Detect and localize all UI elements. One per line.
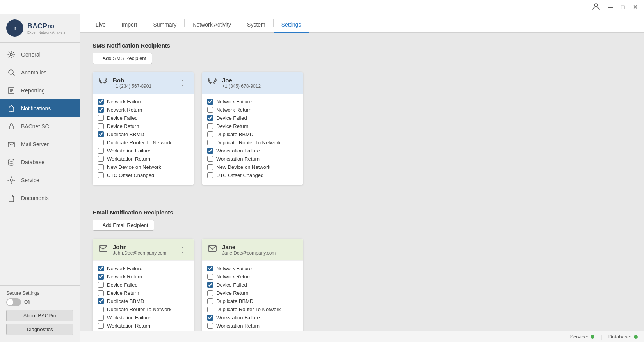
sidebar-item-database[interactable]: Database — [0, 153, 80, 171]
checkbox-item: Device Failed — [207, 282, 298, 288]
checkbox-item: Network Return — [98, 107, 189, 113]
checkbox-label-bob-3: Device Return — [107, 123, 139, 129]
logo-subtitle: Expert Network Analysis — [27, 30, 65, 34]
checkbox-bob-7[interactable] — [98, 156, 104, 162]
checkbox-joe-5[interactable] — [207, 140, 213, 145]
svg-point-14 — [10, 179, 12, 181]
sidebar-label-notifications: Notifications — [21, 105, 51, 112]
reporting-icon — [7, 86, 16, 95]
checkbox-jane-4[interactable] — [207, 298, 213, 304]
checkbox-label-bob-4: Duplicate BBMD — [107, 131, 144, 137]
checkbox-bob-3[interactable] — [98, 123, 104, 129]
card-header-bob: Bob+1 (234) 567-8901⋮ — [93, 72, 194, 94]
checkbox-joe-2[interactable] — [207, 115, 213, 121]
checkbox-label-bob-5: Duplicate Router To Network — [107, 140, 171, 145]
svg-point-3 — [10, 53, 12, 56]
email-section-header: Email Notification Recipients + Add Emai… — [93, 209, 632, 231]
maximize-button[interactable]: ◻ — [617, 2, 628, 12]
checkbox-jane-7[interactable] — [207, 323, 213, 329]
add-email-recipient-button[interactable]: + Add Email Recipient — [93, 220, 154, 231]
sidebar-item-reporting[interactable]: Reporting — [0, 82, 80, 99]
checkbox-joe-0[interactable] — [207, 99, 213, 105]
tab-system[interactable]: System — [239, 18, 273, 33]
checkbox-bob-5[interactable] — [98, 140, 104, 145]
tab-settings[interactable]: Settings — [274, 18, 309, 33]
checkbox-john-4[interactable] — [98, 298, 104, 304]
checkbox-john-3[interactable] — [98, 290, 104, 296]
checkbox-label-joe-1: Network Return — [216, 107, 251, 113]
checkbox-label-joe-2: Device Failed — [216, 115, 247, 121]
add-sms-recipient-button[interactable]: + Add SMS Recipient — [93, 53, 152, 64]
sidebar-item-anomalies[interactable]: Anomalies — [0, 64, 80, 82]
svg-rect-15 — [99, 246, 107, 251]
checkbox-john-0[interactable] — [98, 266, 104, 271]
database-icon — [7, 158, 16, 167]
card-name-joe: Joe — [222, 77, 261, 83]
tab-network-activity[interactable]: Network Activity — [185, 18, 239, 33]
checkbox-label-jane-7: Workstation Return — [216, 323, 260, 329]
card-name-bob: Bob — [113, 77, 151, 83]
checkbox-john-7[interactable] — [98, 323, 104, 329]
checkbox-joe-9[interactable] — [207, 172, 213, 178]
checkbox-bob-4[interactable] — [98, 131, 104, 137]
checkbox-bob-6[interactable] — [98, 148, 104, 154]
tab-live[interactable]: Live — [88, 18, 114, 33]
card-menu-joe[interactable]: ⋮ — [286, 78, 298, 88]
checkbox-label-john-3: Device Return — [107, 290, 139, 296]
checkbox-label-bob-7: Workstation Return — [107, 156, 150, 162]
checkbox-joe-6[interactable] — [207, 148, 213, 154]
sidebar-item-general[interactable]: General — [0, 46, 80, 64]
checkbox-john-2[interactable] — [98, 282, 104, 288]
sidebar-item-mailserver[interactable]: Mail Server — [0, 135, 80, 153]
card-menu-jane[interactable]: ⋮ — [286, 245, 298, 255]
checkbox-jane-5[interactable] — [207, 307, 213, 312]
tab-summary[interactable]: Summary — [145, 18, 184, 33]
minimize-button[interactable]: — — [605, 2, 616, 12]
checkbox-item: Device Failed — [98, 282, 189, 288]
checkbox-joe-7[interactable] — [207, 156, 213, 162]
sidebar-label-anomalies: Anomalies — [21, 69, 46, 76]
checkbox-jane-2[interactable] — [207, 282, 213, 288]
about-button[interactable]: About BACPro — [6, 310, 73, 321]
checkbox-bob-8[interactable] — [98, 164, 104, 170]
card-menu-john[interactable]: ⋮ — [177, 245, 189, 255]
sidebar-item-notifications[interactable]: Notifications — [0, 99, 80, 117]
checkbox-bob-0[interactable] — [98, 99, 104, 105]
checkbox-joe-3[interactable] — [207, 123, 213, 129]
checkbox-joe-4[interactable] — [207, 131, 213, 137]
checkbox-label-joe-7: Workstation Return — [216, 156, 260, 162]
sidebar-item-service[interactable]: Service — [0, 171, 80, 189]
sidebar-label-service: Service — [21, 177, 39, 183]
checkbox-jane-3[interactable] — [207, 290, 213, 296]
phone-icon — [207, 76, 217, 89]
checkbox-item: Device Return — [207, 123, 298, 129]
checkbox-bob-1[interactable] — [98, 107, 104, 113]
tab-import[interactable]: Import — [114, 18, 145, 33]
secure-settings-toggle[interactable] — [6, 298, 21, 306]
checkbox-item: Workstation Return — [98, 323, 189, 329]
checkbox-joe-8[interactable] — [207, 164, 213, 170]
checkbox-bob-9[interactable] — [98, 172, 104, 178]
user-icon[interactable] — [592, 2, 600, 12]
checkbox-john-1[interactable] — [98, 274, 104, 280]
sidebar-item-documents[interactable]: Documents — [0, 189, 80, 207]
toggle-off-label: Off — [24, 299, 30, 305]
checkbox-jane-0[interactable] — [207, 266, 213, 271]
checkbox-jane-1[interactable] — [207, 274, 213, 280]
checkbox-john-5[interactable] — [98, 307, 104, 312]
checkbox-jane-6[interactable] — [207, 315, 213, 321]
checkbox-label-john-0: Network Failure — [107, 266, 142, 271]
mailserver-icon — [7, 140, 16, 149]
sidebar-item-bacnetsc[interactable]: BACnet SC — [0, 117, 80, 135]
checkbox-joe-1[interactable] — [207, 107, 213, 113]
checkbox-label-john-6: Workstation Failure — [107, 315, 151, 321]
checkbox-label-joe-8: New Device on Network — [216, 164, 270, 170]
close-button[interactable]: ✕ — [630, 2, 641, 12]
diagnostics-button[interactable]: Diagnostics — [6, 324, 73, 335]
phone-icon — [98, 76, 108, 89]
checkbox-bob-2[interactable] — [98, 115, 104, 121]
checkbox-john-6[interactable] — [98, 315, 104, 321]
email-icon — [98, 243, 108, 256]
checkbox-item: Workstation Failure — [207, 148, 298, 154]
card-menu-bob[interactable]: ⋮ — [177, 78, 189, 88]
